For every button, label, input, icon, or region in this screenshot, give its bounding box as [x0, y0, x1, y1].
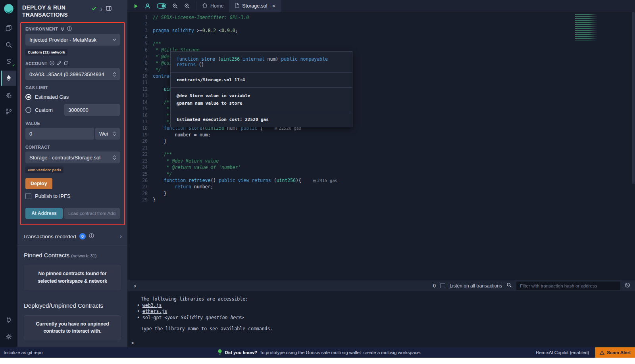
network-badge: Custom (31) network [25, 49, 67, 56]
contract-value: Storage - contracts/Storage.sol [29, 155, 113, 161]
custom-gas-radio[interactable] [25, 107, 31, 113]
publish-ipfs-checkbox[interactable] [25, 193, 31, 199]
line-number: 1 [127, 14, 148, 21]
value-unit-select[interactable]: Wei [95, 128, 120, 140]
editor-tab-bar: Home Storage.sol × [127, 0, 635, 12]
estimated-gas-radio[interactable] [25, 94, 31, 100]
transactions-expand-chevron-icon[interactable]: › [120, 234, 122, 239]
chevron-down-icon [112, 38, 116, 41]
code-line: } [153, 197, 635, 203]
listen-transactions-checkbox[interactable] [440, 283, 445, 288]
transactions-recorded-label: Transactions recorded [23, 234, 76, 239]
pin-panel-icon[interactable] [106, 6, 112, 13]
scam-alert-badge[interactable]: Scam Alert [595, 347, 635, 358]
settings-gear-icon[interactable] [1, 329, 16, 344]
library-item[interactable]: ethers.js [137, 308, 631, 315]
init-git-repo-button[interactable]: Initialize as git repo [0, 350, 217, 355]
plugin-manager-icon[interactable] [1, 312, 16, 328]
code-line [153, 145, 635, 151]
library-item[interactable]: web3.js [137, 303, 631, 309]
zoom-in-icon[interactable] [184, 3, 190, 9]
transaction-filter-input[interactable] [516, 282, 620, 290]
home-icon [202, 3, 208, 9]
library-item: sol-gpt <your Solidity question here> [137, 315, 631, 321]
line-number: 14 [127, 99, 148, 105]
tooltip-signature: function store (uint256 internal num) pu… [171, 52, 352, 72]
file-explorer-icon[interactable] [1, 21, 16, 36]
at-address-input[interactable] [64, 208, 120, 219]
at-address-button[interactable]: At Address [25, 208, 63, 219]
environment-select[interactable]: Injected Provider - MetaMask [25, 34, 120, 46]
transactions-count-badge: 0 [79, 233, 86, 239]
code-line: * @return value of 'number' [153, 164, 635, 171]
debugger-icon[interactable] [1, 87, 16, 102]
terminal-prompt[interactable]: > [131, 340, 631, 347]
unpinned-empty-message: Currently you have no unpinned contracts… [24, 315, 121, 340]
remix-ide-window: ✓ DEPLOY & RUN TRANSACTIONS [0, 0, 635, 364]
code-line: */ [153, 171, 635, 177]
line-number: 23 [127, 158, 148, 164]
tooltip-gas-cost: Estimated execution cost: 22520 gas [177, 117, 346, 122]
copilot-status[interactable]: RemixAI Copilot (enabled) [536, 350, 589, 355]
transactions-info-icon[interactable] [89, 233, 94, 239]
line-number: 11 [127, 79, 148, 86]
line-number: 7 [127, 54, 148, 60]
copilot-toggle-icon[interactable] [157, 3, 166, 9]
value-input[interactable] [25, 128, 94, 140]
search-icon[interactable] [1, 37, 16, 52]
line-number: 5 [127, 40, 148, 47]
code-line: } [153, 138, 635, 144]
contract-label: CONTRACT [25, 145, 50, 149]
custom-gas-input[interactable] [64, 104, 120, 116]
solidity-compiler-icon[interactable]: ✓ [1, 54, 16, 69]
run-script-icon[interactable] [133, 4, 139, 9]
remix-logo-icon[interactable] [2, 2, 15, 16]
select-carets-icon [113, 131, 116, 136]
transactions-recorded-row[interactable]: Transactions recorded 0 › [17, 225, 127, 245]
code-line: /** [153, 40, 635, 47]
terminal-header: » 0 Listen on all transactions [127, 280, 635, 291]
terminal-count: 0 [433, 283, 436, 289]
line-number: 27 [127, 184, 148, 190]
unpinned-contracts-title: Deployed/Unpinned Contracts [17, 290, 127, 309]
tab-home[interactable]: Home [196, 0, 229, 12]
minimap[interactable] [575, 14, 597, 40]
deploy-run-panel: DEPLOY & RUN TRANSACTIONS › ENVIRONMENT … [17, 0, 127, 347]
did-you-know-label: Did you know? [225, 350, 257, 355]
code-editor[interactable]: 1234567891011121314151617181920212223242… [127, 12, 635, 280]
code-line: } [153, 190, 635, 197]
editor-scrollbar[interactable] [632, 12, 635, 184]
code-line: function retrieve() public view returns … [153, 177, 635, 184]
code-line [153, 34, 635, 40]
tab-storage-sol[interactable]: Storage.sol × [229, 0, 281, 12]
ai-assistant-icon[interactable] [144, 3, 151, 9]
sign-message-icon[interactable] [57, 61, 62, 66]
code-line: * @dev Return value [153, 158, 635, 164]
account-select[interactable]: 0xA03...85ac4 (0.398673504934 [25, 68, 120, 80]
deploy-and-run-icon[interactable] [1, 71, 16, 86]
line-number: 9 [127, 67, 148, 73]
git-icon[interactable] [1, 104, 16, 119]
copy-account-icon[interactable] [64, 61, 69, 66]
terminal[interactable]: The following libraries are accessible: … [127, 291, 635, 347]
terminal-search-icon[interactable] [506, 282, 512, 289]
estimated-gas-label: Estimated Gas [35, 94, 69, 100]
plug-icon[interactable] [60, 27, 65, 32]
close-tab-icon[interactable]: × [272, 3, 275, 9]
environment-info-icon[interactable] [67, 26, 72, 32]
publish-ipfs-label: Publish to IPFS [35, 193, 71, 199]
value-label: VALUE [25, 121, 40, 126]
contract-select[interactable]: Storage - contracts/Storage.sol [25, 151, 120, 163]
clear-console-icon[interactable] [625, 282, 630, 289]
account-value: 0xA03...85ac4 (0.398673504934 [29, 71, 113, 77]
terminal-collapse-icon[interactable]: » [132, 283, 138, 289]
warning-icon [600, 351, 604, 355]
value-unit: Wei [99, 131, 113, 137]
add-account-icon[interactable] [50, 61, 54, 66]
code-line: pragma solidity >=0.8.2 <0.9.0; [153, 27, 635, 34]
gas-limit-label: GAS LIMIT [25, 85, 48, 90]
panel-expand-chevron-icon[interactable]: › [100, 7, 102, 11]
deploy-button[interactable]: Deploy [25, 178, 52, 189]
zoom-out-icon[interactable] [172, 3, 178, 9]
tooltip-docs: @dev Store value in variable@param num v… [171, 87, 352, 112]
